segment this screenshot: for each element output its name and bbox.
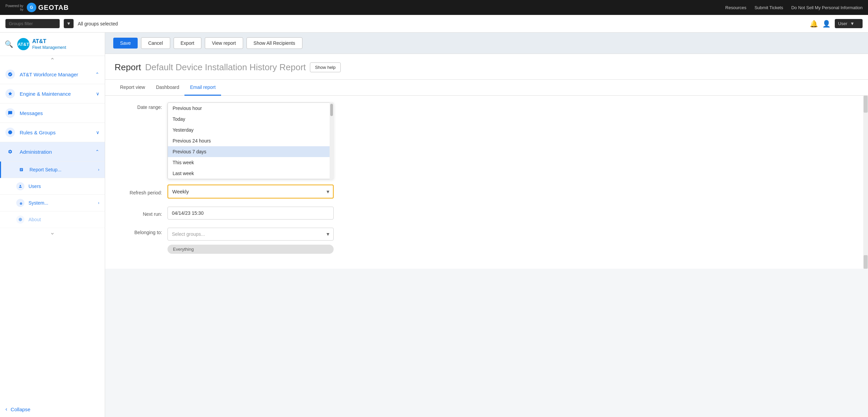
dropdown-option-last-week[interactable]: Last week (168, 168, 333, 179)
content-scrollbar-thumb-bottom (864, 255, 868, 269)
dropdown-option-today[interactable]: Today (168, 114, 333, 125)
dropdown-option-this-week[interactable]: This week (168, 157, 333, 168)
sidebar-sub-item-users[interactable]: Users (0, 178, 105, 195)
att-logo-icon: AT&T (17, 38, 29, 50)
export-button[interactable]: Export (174, 37, 201, 49)
sidebar: 🔍 AT&T AT&T Fleet Management ⌃ AT&T Work… (0, 33, 105, 417)
att-workforce-icon (5, 70, 15, 79)
dropdown-scrollbar[interactable] (330, 102, 334, 179)
top-nav-right: Resources Submit Tickets Do Not Sell My … (725, 5, 863, 10)
collapse-icon: ‹ (5, 406, 7, 412)
form-content: Date range: Previous hour Today Yesterda… (105, 96, 868, 269)
sidebar-brand-text: AT&T Fleet Management (32, 38, 66, 50)
dropdown-option-previous-24-hours[interactable]: Previous 24 hours (168, 135, 333, 146)
sidebar-item-engine-maintenance[interactable]: Engine & Maintenance ∨ (0, 84, 105, 103)
next-run-input[interactable] (167, 207, 334, 220)
tab-dashboard[interactable]: Dashboard (151, 80, 185, 96)
date-range-dropdown-container: Previous hour Today Yesterday Previous 2… (167, 102, 334, 179)
scroll-down-indicator[interactable]: ⌄ (0, 228, 105, 237)
search-button[interactable]: 🔍 (5, 40, 13, 48)
show-help-button[interactable]: Show help (310, 62, 341, 72)
view-report-button[interactable]: View report (205, 37, 243, 49)
top-navigation: Powered by by G GEOTAB Resources Submit … (0, 0, 868, 15)
tab-email-report[interactable]: Email report (184, 80, 221, 96)
date-range-dropdown-list[interactable]: Previous hour Today Yesterday Previous 2… (167, 102, 334, 179)
show-all-recipients-button[interactable]: Show All Recipients (246, 37, 302, 49)
report-setup-chevron-icon: › (98, 167, 99, 172)
sidebar-sub-users-label: Users (28, 184, 99, 189)
top-nav-left: Powered by by G GEOTAB (5, 3, 69, 12)
report-header: Report Default Device Installation Histo… (105, 54, 868, 80)
svg-point-1 (19, 218, 22, 221)
user-name: User (838, 21, 847, 26)
belonging-select-wrapper: Select groups... ▼ (167, 228, 334, 241)
scroll-up-indicator[interactable]: ⌃ (0, 56, 105, 65)
resources-link[interactable]: Resources (725, 5, 746, 10)
engine-chevron-icon: ∨ (96, 91, 99, 96)
next-run-row: Next run: (115, 207, 859, 220)
sidebar-sub-system-label: System... (28, 200, 94, 206)
att-workforce-chevron-icon: ⌃ (95, 72, 99, 77)
sidebar-collapse-item[interactable]: ‹ Collapse (0, 401, 105, 417)
refresh-period-label: Refresh period: (115, 188, 162, 195)
user-dropdown[interactable]: User ▼ (835, 19, 863, 28)
sidebar-item-att-workforce-label: AT&T Workforce Manager (20, 72, 91, 77)
administration-chevron-icon: ⌃ (95, 149, 99, 154)
belonging-to-select[interactable]: Select groups... (167, 228, 334, 241)
powered-by-text: Powered by (5, 4, 23, 8)
rules-groups-chevron-icon: ∨ (96, 130, 99, 135)
system-icon (16, 199, 24, 207)
cancel-button[interactable]: Cancel (141, 37, 170, 49)
tabs-bar: Report view Dashboard Email report (105, 80, 868, 96)
save-button[interactable]: Save (113, 38, 138, 49)
dropdown-option-previous-hour[interactable]: Previous hour (168, 103, 333, 114)
messages-icon (5, 108, 15, 118)
dropdown-option-yesterday[interactable]: Yesterday (168, 125, 333, 135)
sidebar-sub-item-system[interactable]: System... › (0, 195, 105, 211)
content-scrollbar-thumb-top (864, 96, 868, 113)
report-title-sub: Default Device Installation History Repo… (145, 62, 306, 73)
notifications-icon[interactable]: 🔔 (810, 20, 818, 28)
geotab-logo: Powered by by G GEOTAB (5, 3, 69, 12)
svg-point-0 (8, 131, 12, 135)
rules-groups-icon (5, 128, 15, 137)
sidebar-item-rules-groups[interactable]: Rules & Groups ∨ (0, 123, 105, 142)
tab-report-view[interactable]: Report view (115, 80, 151, 96)
refresh-period-select[interactable]: Hourly Daily Weekly Monthly (167, 185, 334, 198)
sidebar-item-about[interactable]: About (0, 211, 105, 228)
belonging-to-group: Select groups... ▼ Everything (167, 228, 334, 254)
groups-filter-dropdown-button[interactable]: ▼ (64, 19, 74, 28)
user-dropdown-arrow: ▼ (850, 21, 854, 26)
dropdown-option-previous-7-days[interactable]: Previous 7 days (168, 146, 333, 157)
sidebar-about-label: About (28, 217, 99, 222)
sidebar-brand-sub: Fleet Management (32, 45, 66, 51)
report-title-row: Report Default Device Installation Histo… (115, 62, 859, 73)
geo-circle: G (27, 3, 36, 12)
everything-badge: Everything (167, 245, 334, 254)
sidebar-item-att-workforce[interactable]: AT&T Workforce Manager ⌃ (0, 65, 105, 84)
user-icon[interactable]: 👤 (822, 20, 831, 28)
dropdown-scrollbar-thumb (330, 104, 333, 116)
sidebar-item-rules-groups-label: Rules & Groups (20, 130, 91, 135)
engine-maintenance-icon (5, 89, 15, 98)
groups-filter-value: All groups selected (78, 21, 118, 26)
report-title-main: Report (115, 62, 141, 73)
powered-by-sub: by (20, 8, 23, 11)
do-not-sell-link[interactable]: Do Not Sell My Personal Information (791, 5, 863, 10)
filter-bar-right: 🔔 👤 User ▼ (810, 19, 863, 28)
submit-tickets-link[interactable]: Submit Tickets (754, 5, 783, 10)
logo-text: GEOTAB (38, 4, 69, 12)
belonging-to-row: Belonging to: Select groups... ▼ Everyth… (115, 228, 859, 254)
content-area: Save Cancel Export View report Show All … (105, 33, 868, 417)
sidebar-header: 🔍 AT&T AT&T Fleet Management (0, 33, 105, 56)
refresh-period-row: Refresh period: Hourly Daily Weekly Mont… (115, 185, 859, 198)
sidebar-sub-item-report-setup[interactable]: Report Setup... › (0, 162, 105, 178)
users-icon (16, 182, 24, 190)
refresh-period-select-wrapper: Hourly Daily Weekly Monthly ▼ (167, 185, 334, 198)
sidebar-item-administration-label: Administration (20, 149, 91, 155)
groups-filter-input[interactable] (5, 19, 60, 28)
sidebar-item-administration[interactable]: Administration ⌃ (0, 142, 105, 162)
sidebar-item-messages[interactable]: Messages (0, 103, 105, 123)
content-area-scrollbar[interactable] (863, 96, 868, 269)
collapse-label: Collapse (11, 406, 30, 412)
